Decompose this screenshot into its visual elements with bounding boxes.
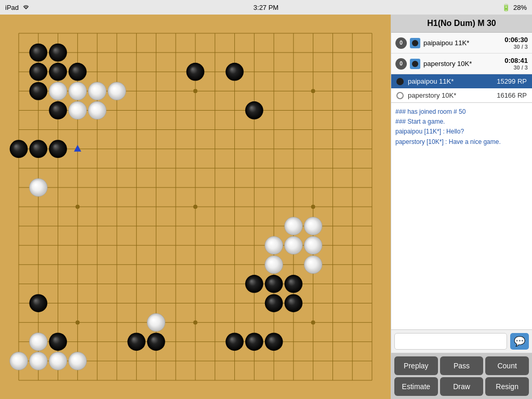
board-area[interactable] [0,15,391,399]
main-layout: H1(No Dum) M 30 0 paipaipou 11K* 0:06:30… [0,15,532,399]
chat-message-4: paperstory [10K*] : Have a nice game. [395,137,528,147]
estimate-button[interactable]: Estimate [394,377,438,396]
action-buttons: Preplay Pass Count Estimate Draw Resign [391,353,532,399]
player-list-item-black[interactable]: paipaipou 11K* 15299 RP [391,74,532,88]
player-list: paipaipou 11K* 15299 RP paperstory 10K* … [391,74,532,103]
chat-message-1: ### has joined room # 50 [395,107,528,117]
white-dot [396,92,404,99]
white-captures: 0 [395,58,407,70]
svg-point-0 [412,40,418,46]
status-time: 3:27 PM [254,4,278,11]
player-row-white: 0 paperstory 10K* 0:08:41 30 / 3 [391,54,532,74]
player-list-item-white[interactable]: paperstory 10K* 16166 RP [391,88,532,102]
chat-input-row: 💬 [391,330,532,353]
black-player-rank: 11K* [455,39,469,47]
chat-send-button[interactable]: 💬 [510,333,529,350]
draw-button[interactable]: Draw [440,377,484,396]
svg-point-1 [412,61,418,67]
list-white-rp: 16166 RP [497,91,527,99]
white-player-name: paperstory [423,60,455,68]
white-player-time: 0:08:41 30 / 3 [504,57,528,71]
black-byoyomi: 30 / 3 [504,44,528,50]
black-player-time: 0:06:30 30 / 3 [504,36,528,50]
list-white-name: paperstory 10K* [408,91,493,99]
right-panel: H1(No Dum) M 30 0 paipaipou 11K* 0:06:30… [391,15,532,399]
battery-icon: 🔋 [502,4,510,11]
black-dot [396,78,404,85]
preplay-button[interactable]: Preplay [394,356,438,375]
chat-input[interactable] [394,333,507,350]
go-board[interactable] [0,15,391,399]
battery-label: 28% [513,4,527,11]
chat-message-3: paipaipou [11K*] : Hello? [395,127,528,137]
list-black-rp: 15299 RP [497,77,527,85]
chat-message-2: ### Start a game. [395,117,528,127]
status-right: 🔋 28% [502,4,527,11]
status-left: iPad [5,4,30,11]
black-player-icon [410,38,420,48]
black-time-value: 0:06:30 [504,36,528,44]
chat-area: ### has joined room # 50 ### Start a gam… [391,103,532,330]
white-time-value: 0:08:41 [504,57,528,64]
device-label: iPad [5,4,19,11]
list-black-name: paipaipou 11K* [408,77,493,85]
count-button[interactable]: Count [485,356,529,375]
black-captures: 0 [395,37,407,49]
game-title: H1(No Dum) M 30 [391,15,532,33]
white-byoyomi: 30 / 3 [504,64,528,71]
black-player-info: paipaipou 11K* [423,39,501,47]
wifi-icon [22,4,30,11]
white-player-rank: 10K* [457,60,472,68]
status-bar: iPad 3:27 PM 🔋 28% [0,0,532,15]
white-player-icon [410,59,420,69]
white-player-info: paperstory 10K* [423,60,501,68]
player-row-black: 0 paipaipou 11K* 0:06:30 30 / 3 [391,33,532,54]
black-player-name: paipaipou [423,39,453,47]
pass-button[interactable]: Pass [440,356,484,375]
resign-button[interactable]: Resign [485,377,529,396]
